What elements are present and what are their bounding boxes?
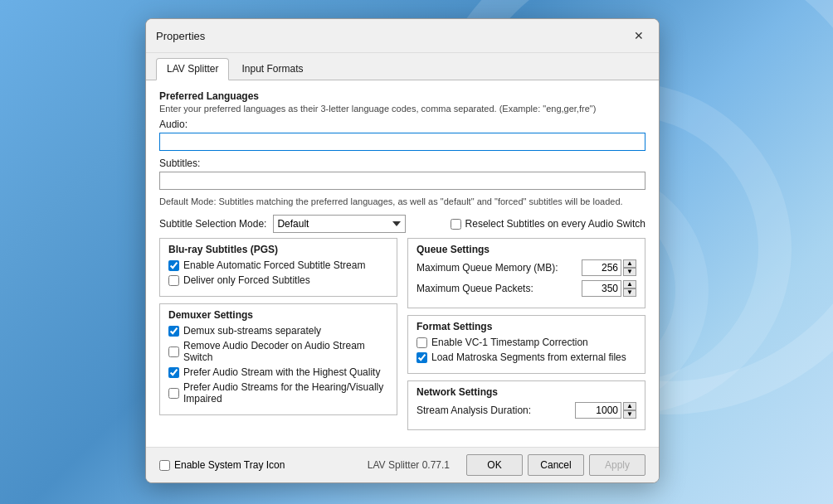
subtitles-input[interactable] [159,172,645,190]
reselect-group: Reselect Subtitles on every Audio Switch [451,218,645,230]
properties-dialog: Properties ✕ LAV Splitter Input Formats … [145,18,660,483]
max-packets-input[interactable] [582,280,621,297]
stream-duration-label: Stream Analysis Duration: [416,405,575,416]
matroska-row: Load Matroska Segments from external fil… [416,351,636,363]
deliver-forced-checkbox[interactable] [168,275,179,286]
enable-forced-row: Enable Automatic Forced Subtitle Stream [168,259,388,271]
max-packets-spinner-buttons: ▲ ▼ [623,280,636,297]
max-packets-down-button[interactable]: ▼ [623,288,636,297]
stream-duration-input[interactable] [575,402,621,419]
max-packets-label: Maximum Queue Packets: [416,283,582,294]
remove-audio-label[interactable]: Remove Audio Decoder on Audio Stream Swi… [183,340,388,363]
tray-icon-checkbox[interactable] [159,460,170,471]
subtitles-label: Subtitles: [159,158,645,169]
max-packets-up-button[interactable]: ▲ [623,280,636,288]
preferred-languages-section: Preferred Languages Enter your preferred… [159,90,645,206]
audio-input[interactable] [159,133,645,151]
max-memory-up-button[interactable]: ▲ [623,259,636,268]
dialog-title: Properties [156,30,205,42]
close-button[interactable]: ✕ [629,26,649,46]
matroska-label[interactable]: Load Matroska Segments from external fil… [431,351,626,363]
prefer-highest-label[interactable]: Prefer Audio Stream with the Highest Qua… [183,366,380,378]
right-column: Queue Settings Maximum Queue Memory (MB)… [407,238,645,437]
demux-sub-row: Demux sub-streams separately [168,325,388,337]
remove-audio-checkbox[interactable] [168,346,179,357]
format-settings-group: Format Settings Enable VC-1 Timestamp Co… [407,315,645,374]
stream-duration-spinner: ▲ ▼ [575,402,636,419]
pref-lang-title: Preferred Languages [159,90,645,102]
pref-lang-desc: Enter your preferred languages as their … [159,104,645,114]
subtitle-selection-row: Subtitle Selection Mode: Default No Subt… [159,215,645,233]
stream-duration-up-button[interactable]: ▲ [623,402,636,410]
max-memory-spinner: ▲ ▼ [582,259,636,276]
tab-lav-splitter[interactable]: LAV Splitter [156,58,229,80]
cancel-button[interactable]: Cancel [528,454,584,476]
matroska-checkbox[interactable] [416,352,427,363]
main-content: Preferred Languages Enter your preferred… [146,80,659,447]
footer: Enable System Tray Icon LAV Splitter 0.7… [146,447,659,482]
prefer-highest-row: Prefer Audio Stream with the Highest Qua… [168,366,388,378]
vc1-checkbox[interactable] [416,337,427,348]
audio-label: Audio: [159,119,645,130]
default-mode-note: Default Mode: Subtitles matching the pre… [159,196,645,206]
vc1-row: Enable VC-1 Timestamp Correction [416,337,636,348]
queue-settings-group: Queue Settings Maximum Queue Memory (MB)… [407,238,645,308]
max-memory-label: Maximum Queue Memory (MB): [416,262,582,274]
enable-forced-checkbox[interactable] [168,260,179,271]
tray-icon-label[interactable]: Enable System Tray Icon [174,459,285,471]
left-column: Blu-ray Subtitles (PGS) Enable Automatic… [159,238,397,437]
max-packets-spinner: ▲ ▼ [582,280,636,297]
max-memory-down-button[interactable]: ▼ [623,268,636,276]
stream-duration-spinner-buttons: ▲ ▼ [623,402,636,419]
remove-audio-row: Remove Audio Decoder on Audio Stream Swi… [168,340,388,363]
prefer-highest-checkbox[interactable] [168,367,179,378]
deliver-forced-label[interactable]: Deliver only Forced Subtitles [183,274,310,286]
demux-sub-label[interactable]: Demux sub-streams separately [183,325,321,337]
footer-left: Enable System Tray Icon [159,459,285,471]
demuxer-settings-group: Demuxer Settings Demux sub-streams separ… [159,303,397,415]
enable-forced-label[interactable]: Enable Automatic Forced Subtitle Stream [183,259,365,271]
prefer-impaired-row: Prefer Audio Streams for the Hearing/Vis… [168,381,388,405]
network-group-title: Network Settings [416,386,636,398]
ok-button[interactable]: OK [466,454,523,476]
prefer-impaired-checkbox[interactable] [168,388,179,399]
two-column-layout: Blu-ray Subtitles (PGS) Enable Automatic… [159,238,645,437]
reselect-label[interactable]: Reselect Subtitles on every Audio Switch [465,218,645,230]
max-memory-row: Maximum Queue Memory (MB): ▲ ▼ [416,259,636,276]
subtitle-mode-label: Subtitle Selection Mode: [159,218,266,230]
bluray-subtitles-group: Blu-ray Subtitles (PGS) Enable Automatic… [159,238,397,297]
demuxer-group-title: Demuxer Settings [168,309,388,321]
bluray-group-title: Blu-ray Subtitles (PGS) [168,244,388,255]
network-settings-group: Network Settings Stream Analysis Duratio… [407,380,645,430]
stream-duration-down-button[interactable]: ▼ [623,410,636,419]
format-group-title: Format Settings [416,321,636,332]
reselect-checkbox[interactable] [451,219,461,230]
apply-button[interactable]: Apply [589,454,645,476]
deliver-forced-row: Deliver only Forced Subtitles [168,274,388,286]
tab-bar: LAV Splitter Input Formats [146,53,659,80]
version-label: LAV Splitter 0.77.1 [368,459,450,471]
max-packets-row: Maximum Queue Packets: ▲ ▼ [416,280,636,297]
tab-input-formats[interactable]: Input Formats [231,58,314,80]
title-bar: Properties ✕ [146,19,659,53]
max-memory-spinner-buttons: ▲ ▼ [623,259,636,276]
subtitle-mode-dropdown[interactable]: Default No Subtitles Forced Only All [273,215,406,233]
demux-sub-checkbox[interactable] [168,326,179,337]
max-memory-input[interactable] [582,259,621,276]
prefer-impaired-label[interactable]: Prefer Audio Streams for the Hearing/Vis… [183,381,388,405]
stream-duration-row: Stream Analysis Duration: ▲ ▼ [416,402,636,419]
vc1-label[interactable]: Enable VC-1 Timestamp Correction [431,337,588,348]
footer-buttons: OK Cancel Apply [466,454,645,476]
queue-group-title: Queue Settings [416,244,636,255]
